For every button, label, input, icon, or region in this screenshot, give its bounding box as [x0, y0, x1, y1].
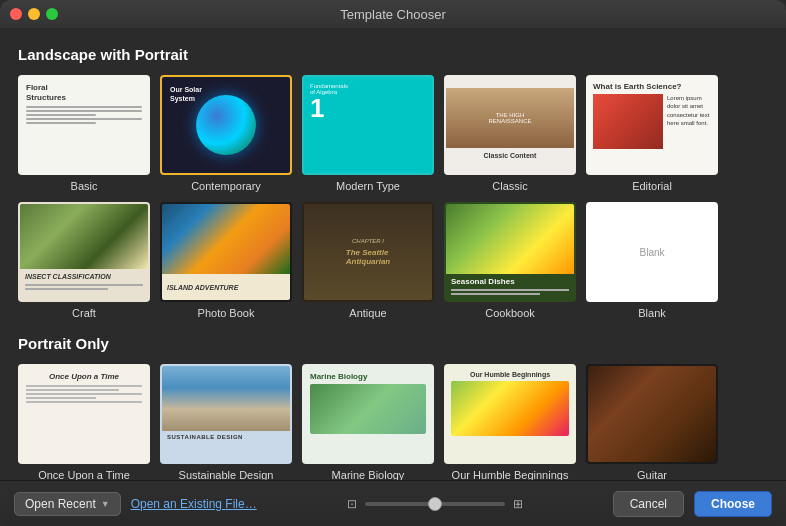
- template-modern-type[interactable]: Fundamentalsof Algebra 1 Modern Type: [302, 75, 434, 192]
- slider-small-icon: ⊡: [347, 497, 357, 511]
- thumb-classic: THE HIGHRENAISSANCE Classic Content: [444, 75, 576, 175]
- template-contemporary[interactable]: Our SolarSystem Contemporary: [160, 75, 292, 192]
- label-antique: Antique: [349, 307, 386, 319]
- template-humble[interactable]: Our Humble Beginnings Our Humble Beginni…: [444, 364, 576, 480]
- size-slider-track: [365, 502, 505, 506]
- thumb-photobook: ISLAND ADVENTURE: [160, 202, 292, 302]
- section-heading-landscape: Landscape with Portrait: [18, 46, 768, 63]
- label-cookbook: Cookbook: [485, 307, 535, 319]
- template-classic[interactable]: THE HIGHRENAISSANCE Classic Content Clas…: [444, 75, 576, 192]
- size-slider-thumb[interactable]: [428, 497, 442, 511]
- thumb-once-upon: Once Upon a Time: [18, 364, 150, 464]
- choose-button[interactable]: Choose: [694, 491, 772, 517]
- slider-large-icon: ⊞: [513, 497, 523, 511]
- template-antique[interactable]: CHAPTER I The SeattleAntiquarian Antique: [302, 202, 434, 319]
- content-area: Landscape with Portrait FloralStructures…: [0, 28, 786, 480]
- label-modern-type: Modern Type: [336, 180, 400, 192]
- label-photo-book: Photo Book: [198, 307, 255, 319]
- label-sustainable: Sustainable Design: [179, 469, 274, 480]
- template-sustainable[interactable]: SUSTAINABLE DESIGN Sustainable Design: [160, 364, 292, 480]
- cancel-button[interactable]: Cancel: [613, 491, 684, 517]
- label-editorial: Editorial: [632, 180, 672, 192]
- thumb-basic: FloralStructures: [18, 75, 150, 175]
- label-blank: Blank: [638, 307, 666, 319]
- bottom-bar: Open Recent ▼ Open an Existing File… ⊡ ⊞…: [0, 480, 786, 526]
- open-recent-button[interactable]: Open Recent ▼: [14, 492, 121, 516]
- thumb-cookbook: Seasonal Dishes: [444, 202, 576, 302]
- template-photo-book[interactable]: ISLAND ADVENTURE Photo Book: [160, 202, 292, 319]
- label-classic: Classic: [492, 180, 527, 192]
- minimize-button[interactable]: [28, 8, 40, 20]
- template-editorial[interactable]: What is Earth Science? Lorem ipsum dolor…: [586, 75, 718, 192]
- label-contemporary: Contemporary: [191, 180, 261, 192]
- thumb-humble: Our Humble Beginnings: [444, 364, 576, 464]
- thumb-modern-type: Fundamentalsof Algebra 1: [302, 75, 434, 175]
- template-marine[interactable]: Marine Biology Marine Biology: [302, 364, 434, 480]
- portrait-grid: Once Upon a Time Once Upon a Time SUSTAI…: [18, 364, 768, 480]
- thumb-editorial: What is Earth Science? Lorem ipsum dolor…: [586, 75, 718, 175]
- template-once-upon[interactable]: Once Upon a Time Once Upon a Time: [18, 364, 150, 480]
- title-bar: Template Chooser: [0, 0, 786, 28]
- label-basic: Basic: [71, 180, 98, 192]
- thumb-craft: INSECT CLASSIFICATION: [18, 202, 150, 302]
- thumb-marine: Marine Biology: [302, 364, 434, 464]
- size-slider-container: ⊡ ⊞: [267, 497, 603, 511]
- thumb-antique: CHAPTER I The SeattleAntiquarian: [302, 202, 434, 302]
- open-recent-label: Open Recent: [25, 497, 96, 511]
- label-craft: Craft: [72, 307, 96, 319]
- thumb-blank: Blank: [586, 202, 718, 302]
- template-basic[interactable]: FloralStructures Basic: [18, 75, 150, 192]
- blank-text: Blank: [639, 247, 664, 258]
- landscape-grid: FloralStructures Basic Our SolarSystem C…: [18, 75, 768, 319]
- thumb-sustainable: SUSTAINABLE DESIGN: [160, 364, 292, 464]
- template-cookbook[interactable]: Seasonal Dishes Cookbook: [444, 202, 576, 319]
- window-title: Template Chooser: [340, 7, 446, 22]
- chevron-down-icon: ▼: [101, 499, 110, 509]
- maximize-button[interactable]: [46, 8, 58, 20]
- template-craft[interactable]: INSECT CLASSIFICATION Craft: [18, 202, 150, 319]
- template-blank[interactable]: Blank Blank: [586, 202, 718, 319]
- template-guitar[interactable]: Guitar: [586, 364, 718, 480]
- label-guitar: Guitar: [637, 469, 667, 480]
- open-existing-button[interactable]: Open an Existing File…: [131, 497, 257, 511]
- label-once-upon: Once Upon a Time: [38, 469, 130, 480]
- thumb-guitar: [586, 364, 718, 464]
- label-humble: Our Humble Beginnings: [452, 469, 569, 480]
- thumb-contemporary: Our SolarSystem: [160, 75, 292, 175]
- close-button[interactable]: [10, 8, 22, 20]
- window-controls[interactable]: [10, 8, 58, 20]
- section-heading-portrait: Portrait Only: [18, 335, 768, 352]
- label-marine: Marine Biology: [332, 469, 405, 480]
